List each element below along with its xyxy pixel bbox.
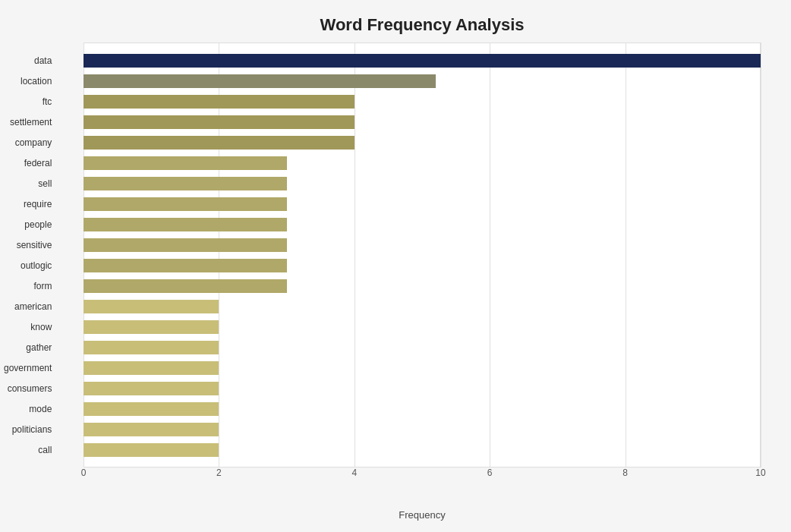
bar [84,402,219,416]
bar [84,423,219,436]
bar-row [84,319,761,335]
bar-row [84,175,761,192]
bar [84,218,287,231]
bar [84,238,287,252]
bar-row [84,93,761,110]
bar [84,177,287,190]
bar [84,382,219,395]
bar [84,259,287,272]
bar [84,320,219,334]
y-axis-label: sensitive [4,237,52,253]
bar [84,156,287,170]
x-tick-label: 10 [755,467,765,478]
y-axis-label: politicians [4,421,52,438]
bar [84,74,436,88]
y-axis-label: location [4,73,52,90]
bar [84,443,219,457]
chart-title: Word Frequency Analysis [84,15,761,35]
y-axis-label: require [4,196,52,212]
y-axis-label: settlement [4,114,52,131]
bar-row [84,216,761,233]
bar [84,197,287,211]
y-axis-label: mode [4,401,52,417]
y-axis-label: sell [4,175,52,192]
y-axis-label: call [4,442,52,458]
bar-row [84,155,761,172]
y-axis-label: company [4,134,52,151]
grid-line [761,42,761,467]
bar [84,279,287,293]
bar-row [84,298,761,315]
bar [84,341,219,354]
bar [84,115,355,129]
y-axis-label: people [4,216,52,233]
x-tick-label: 8 [622,467,628,478]
bar-row [84,380,761,397]
bars-area [84,42,761,467]
bar [84,361,219,375]
y-axis-label: know [4,319,52,335]
x-tick-label: 2 [216,467,222,478]
y-axis-label: ftc [4,93,52,110]
bar-row [84,52,761,69]
y-axis-label: american [4,298,52,315]
bar-row [84,196,761,212]
bar [84,136,355,150]
y-axis-label: consumers [4,380,52,397]
x-tick-label: 6 [487,467,493,478]
bar-row [84,360,761,376]
chart-container: Word Frequency Analysis datalocationftcs… [0,0,791,532]
bar-row [84,257,761,274]
x-tick-label: 0 [81,467,87,478]
bar-row [84,339,761,356]
y-axis-label: federal [4,155,52,172]
bar [84,95,355,109]
bar [84,300,219,313]
chart-area: datalocationftcsettlementcompanyfederals… [84,42,761,490]
bar-row [84,237,761,253]
y-axis-label: government [4,360,52,376]
x-axis: 0246810 [84,467,761,490]
y-axis-label: gather [4,339,52,356]
x-tick-label: 4 [351,467,357,478]
bar-row [84,442,761,458]
x-axis-title: Frequency [84,509,761,521]
y-axis-label: outlogic [4,257,52,274]
bar-row [84,134,761,151]
bar-row [84,114,761,131]
bar-row [84,421,761,438]
bar-row [84,278,761,294]
bar-row [84,401,761,417]
bar [84,54,761,68]
y-axis-label: data [4,52,52,69]
y-axis-labels: datalocationftcsettlementcompanyfederals… [4,42,52,467]
y-axis-label: form [4,278,52,294]
bar-row [84,73,761,90]
